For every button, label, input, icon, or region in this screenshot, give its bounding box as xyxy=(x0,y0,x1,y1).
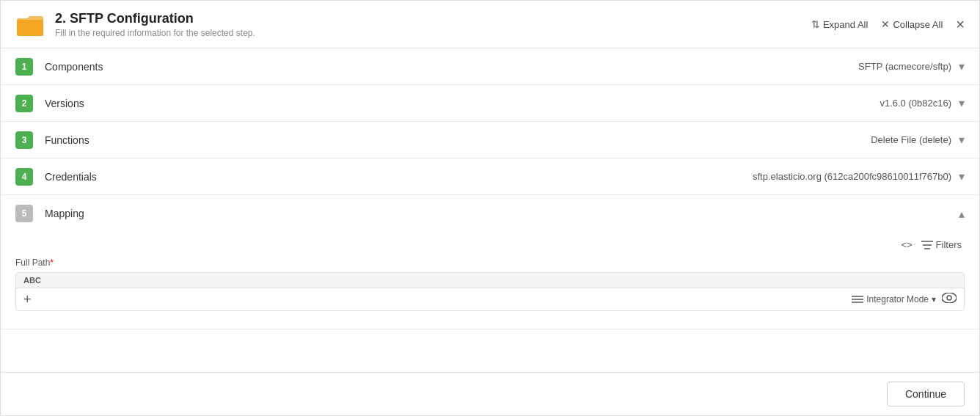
full-path-input-box: ABC + xyxy=(15,272,965,311)
svg-point-9 xyxy=(947,296,951,300)
step-label-2: Versions xyxy=(45,98,880,109)
eye-icon xyxy=(942,293,957,303)
step-chevron-1: ▾ xyxy=(959,59,965,73)
step-row-1[interactable]: 1 Components SFTP (acmecore/sftp) ▾ xyxy=(1,48,979,85)
step-chevron-2: ▾ xyxy=(959,96,965,110)
step-row-3[interactable]: 3 Functions Delete File (delete) ▾ xyxy=(1,122,979,158)
integrator-mode-label: Integrator Mode xyxy=(866,294,929,304)
mode-chevron: ▾ xyxy=(932,294,936,304)
expand-all-button[interactable]: ⇅ Expand All xyxy=(811,18,868,30)
mapping-toolbar: <> Filters xyxy=(15,239,965,250)
step-label-3: Functions xyxy=(45,134,871,146)
expand-all-icon: ⇅ xyxy=(811,18,820,30)
required-marker: * xyxy=(50,258,54,268)
close-button[interactable]: × xyxy=(956,17,965,32)
panel-subtitle: Fill in the required information for the… xyxy=(55,28,811,38)
step-number-4: 4 xyxy=(15,168,33,186)
step-chevron-3: ▾ xyxy=(959,133,965,147)
code-toggle-button[interactable]: <> xyxy=(901,239,912,250)
expand-all-label: Expand All xyxy=(823,19,868,30)
step-number-1: 1 xyxy=(15,58,33,76)
step-value-3: Delete File (delete) xyxy=(871,134,951,145)
mapping-section: 5 Mapping ▴ <> Filte xyxy=(1,195,979,329)
mapping-number: 5 xyxy=(15,205,33,222)
mapping-chevron-up: ▴ xyxy=(959,207,965,221)
continue-button[interactable]: Continue xyxy=(887,382,965,406)
step-value-2: v1.6.0 (0b82c16) xyxy=(880,98,951,109)
mapping-row[interactable]: 5 Mapping ▴ xyxy=(1,195,979,232)
mapping-body: <> Filters Full Path* xyxy=(1,232,979,329)
collapse-all-label: Collapse All xyxy=(893,19,943,30)
add-mapping-button[interactable]: + xyxy=(23,293,32,306)
step-row-4[interactable]: 4 Credentials sftp.elasticio.org (612ca2… xyxy=(1,158,979,195)
svg-rect-1 xyxy=(17,20,43,36)
code-toggle-icon: <> xyxy=(901,239,912,250)
collapse-all-button[interactable]: ✕ Collapse All xyxy=(881,18,943,30)
panel-footer: Continue xyxy=(1,372,979,415)
step-value-4: sftp.elasticio.org (612ca200fc98610011f7… xyxy=(753,171,951,182)
step-value-1: SFTP (acmecore/sftp) xyxy=(858,61,951,72)
field-right-actions: Integrator Mode ▾ xyxy=(852,293,957,306)
header-actions: ⇅ Expand All ✕ Collapse All × xyxy=(811,17,965,32)
filter-icon xyxy=(921,240,933,250)
field-type-badge: ABC xyxy=(16,273,964,288)
full-path-field: Full Path* ABC + xyxy=(15,258,965,311)
collapse-all-icon: ✕ xyxy=(881,18,890,30)
integrator-mode-button[interactable]: Integrator Mode ▾ xyxy=(852,294,936,304)
filters-button[interactable]: Filters xyxy=(921,239,962,250)
step-row-2[interactable]: 2 Versions v1.6.0 (0b82c16) ▾ xyxy=(1,85,979,122)
svg-point-8 xyxy=(942,293,957,303)
panel-header: 2. SFTP Configuration Fill in the requir… xyxy=(1,1,979,48)
field-input-actions: + Integrator Mode xyxy=(16,288,964,310)
step-chevron-4: ▾ xyxy=(959,169,965,183)
full-path-label: Full Path* xyxy=(15,258,965,268)
preview-button[interactable] xyxy=(942,293,957,306)
panel-header-text: 2. SFTP Configuration Fill in the requir… xyxy=(55,11,811,38)
mapping-label: Mapping xyxy=(45,208,959,219)
panel-title: 2. SFTP Configuration xyxy=(55,11,811,26)
step-number-2: 2 xyxy=(15,95,33,112)
step-label-4: Credentials xyxy=(45,171,753,183)
main-panel: 2. SFTP Configuration Fill in the requir… xyxy=(0,0,980,416)
step-number-3: 3 xyxy=(15,131,33,149)
integrator-mode-icon xyxy=(852,295,863,304)
step-label-1: Components xyxy=(45,61,858,73)
folder-icon xyxy=(15,10,45,39)
steps-container: 1 Components SFTP (acmecore/sftp) ▾ 2 Ve… xyxy=(1,48,979,372)
filters-label: Filters xyxy=(936,239,962,250)
